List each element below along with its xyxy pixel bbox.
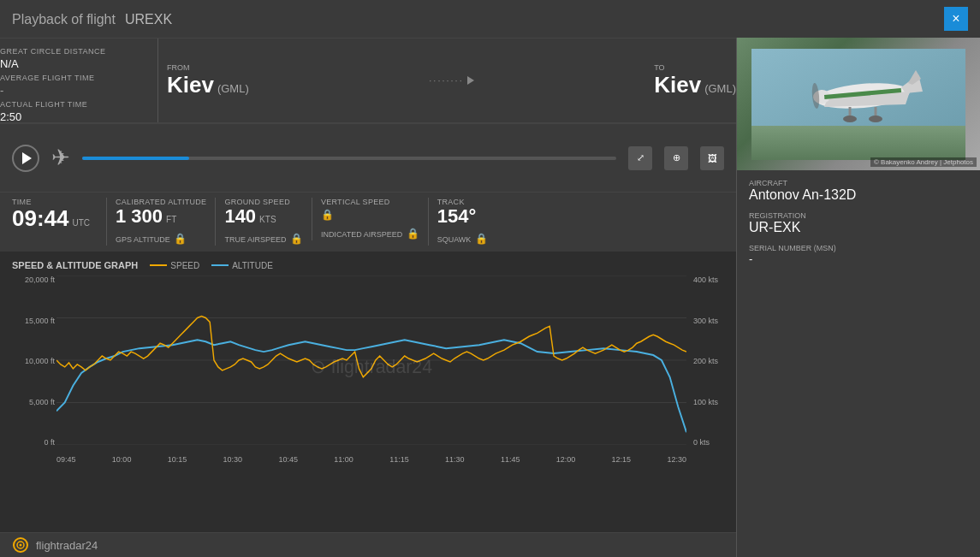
track-block: TRACK 154° SQUAWK 🔒: [428, 198, 514, 246]
graph-title: SPEED & ALTITUDE GRAPH: [12, 260, 138, 270]
from-city: FROM Kiev (GML): [167, 63, 249, 98]
route-section: FROM Kiev (GML) ········ TO Kiev (GML): [158, 39, 736, 122]
x-axis-labels: 09:45 10:00 10:15 10:30 10:45 11:00 11:1…: [56, 455, 686, 464]
to-city-code: (GML): [704, 82, 736, 95]
aft-label: AVERAGE FLIGHT TIME: [0, 74, 128, 82]
actual-ft-label: ACTUAL FLIGHT TIME: [0, 100, 128, 109]
svg-point-20: [869, 116, 882, 122]
aft-value: -: [0, 84, 128, 97]
play-icon: [22, 152, 32, 164]
logo-bar: flightradar24: [0, 532, 736, 557]
cal-alt-value: 1 300: [116, 206, 163, 227]
right-panel: © Bakayenko Andrey | Jetphotos AIRCRAFT …: [736, 38, 980, 557]
track-button[interactable]: ⊕: [664, 146, 688, 170]
plane-icon: ✈: [51, 145, 70, 171]
aircraft-label: AIRCRAFT: [749, 179, 968, 187]
arrow-head-icon: [467, 76, 474, 85]
legend-altitude: ALTITUDE: [211, 261, 273, 270]
gs-value: 140: [224, 206, 256, 227]
ias-label: INDICATED AIRSPEED: [321, 230, 402, 239]
y-axis-left: 20,000 ft 15,000 ft 10,000 ft 5,000 ft 0…: [12, 276, 55, 447]
header: Playback of flight UREXK ×: [0, 0, 980, 38]
altitude-legend-label: ALTITUDE: [232, 261, 273, 270]
registration-value: UR-EXK: [749, 220, 968, 235]
page-title: Playback of flight UREXK: [12, 10, 172, 28]
legend-speed: SPEED: [150, 261, 199, 270]
progress-bar[interactable]: [82, 157, 616, 160]
registration-label: REGISTRATION: [749, 211, 968, 220]
graph-legend: SPEED ALTITUDE: [150, 261, 273, 270]
aircraft-photo-bg: [737, 38, 980, 170]
graph-area: ⊙ flightradar24: [56, 276, 686, 445]
altitude-legend-line: [211, 264, 229, 266]
aircraft-name: Antonov An-132D: [749, 187, 968, 203]
aircraft-illustration: [751, 49, 965, 160]
main-layout: GREAT CIRCLE DISTANCE N/A AVERAGE FLIGHT…: [0, 38, 980, 557]
gs-unit: KTS: [259, 215, 276, 224]
serial-number-value: -: [749, 252, 968, 265]
from-city-code: (GML): [217, 82, 249, 95]
track-value: 154°: [437, 206, 514, 227]
tas-label: TRUE AIRSPEED: [224, 235, 286, 244]
ground-speed-block: GROUND SPEED 140 KTS TRUE AIRSPEED 🔒: [215, 198, 302, 246]
aircraft-photo: © Bakayenko Andrey | Jetphotos: [737, 38, 980, 170]
title-text: Playback of flight: [12, 12, 116, 27]
graph-section: SPEED & ALTITUDE GRAPH SPEED ALTITUDE 20…: [0, 252, 736, 532]
aircraft-details: AIRCRAFT Antonov An-132D REGISTRATION UR…: [737, 170, 980, 274]
graph-svg: ⊙ flightradar24: [56, 276, 686, 445]
play-button[interactable]: [12, 145, 39, 172]
tas-lock-icon: 🔒: [290, 233, 303, 245]
gps-alt-lock-icon: 🔒: [174, 233, 187, 245]
graph-container[interactable]: 20,000 ft 15,000 ft 10,000 ft 5,000 ft 0…: [12, 276, 724, 464]
cal-alt-unit: FT: [166, 215, 176, 224]
serial-number-label: SERIAL NUMBER (MSN): [749, 244, 968, 252]
time-value: 09:44: [12, 206, 69, 231]
vertical-speed-block: VERTICAL SPEED 🔒 INDICATED AIRSPEED 🔒: [312, 198, 419, 240]
from-city-name: Kiev: [167, 72, 214, 98]
expand-button[interactable]: ⤢: [628, 146, 652, 170]
average-flight-time: AVERAGE FLIGHT TIME -: [0, 74, 128, 97]
squawk-lock-icon: 🔒: [475, 233, 488, 245]
photo-credit: © Bakayenko Andrey | Jetphotos: [870, 157, 977, 167]
time-unit: UTC: [73, 218, 91, 228]
flightradar-logo-icon: [12, 536, 29, 554]
calibrated-altitude-block: CALIBRATED ALTITUDE 1 300 FT GPS ALTITUD…: [106, 198, 206, 246]
metrics-section: TIME 09:44 UTC CALIBRATED ALTITUDE 1 300…: [0, 192, 736, 252]
to-city: TO Kiev (GML): [654, 63, 736, 98]
squawk-label: SQUAWK: [437, 235, 472, 244]
actual-flight-time: ACTUAL FLIGHT TIME 2:50: [0, 100, 128, 123]
from-label: FROM: [167, 63, 249, 72]
registration-group: REGISTRATION UR-EXK: [749, 211, 968, 235]
speed-legend-line: [150, 264, 167, 266]
progress-fill: [82, 157, 189, 160]
photo-button[interactable]: 🖼: [700, 146, 724, 170]
time-block: TIME 09:44 UTC: [12, 198, 98, 231]
y-axis-right: 400 kts 300 kts 200 kts 100 kts 0 kts: [690, 276, 724, 447]
to-city-name: Kiev: [654, 72, 701, 98]
left-panel: GREAT CIRCLE DISTANCE N/A AVERAGE FLIGHT…: [0, 38, 736, 557]
close-button[interactable]: ×: [944, 7, 968, 31]
actual-ft-value: 2:50: [0, 110, 128, 123]
svg-point-7: [20, 544, 22, 547]
svg-rect-9: [751, 126, 965, 160]
speed-legend-label: SPEED: [170, 261, 199, 270]
playback-controls: ✈ ⤢ ⊕ 🖼: [0, 123, 736, 192]
route-arrow: ········: [249, 75, 654, 86]
logo-text: flightradar24: [36, 539, 98, 552]
vs-label: VERTICAL SPEED: [321, 198, 419, 206]
great-circle-distance: GREAT CIRCLE DISTANCE N/A: [0, 47, 128, 70]
flight-id: UREXK: [125, 12, 172, 27]
svg-point-18: [843, 116, 857, 122]
watermark-text: ⊙ flightradar24: [311, 357, 432, 377]
gcd-label: GREAT CIRCLE DISTANCE: [0, 47, 128, 56]
ias-lock-icon: 🔒: [407, 228, 419, 240]
altitude-line: [56, 340, 686, 432]
vs-lock-icon: 🔒: [321, 209, 334, 221]
gcd-value: N/A: [0, 57, 128, 70]
gps-alt-label: GPS ALTITUDE: [116, 235, 170, 244]
serial-number-group: SERIAL NUMBER (MSN) -: [749, 244, 968, 265]
aircraft-name-group: AIRCRAFT Antonov An-132D: [749, 179, 968, 203]
to-label: TO: [654, 63, 736, 72]
left-stats-panel: GREAT CIRCLE DISTANCE N/A AVERAGE FLIGHT…: [0, 39, 158, 122]
